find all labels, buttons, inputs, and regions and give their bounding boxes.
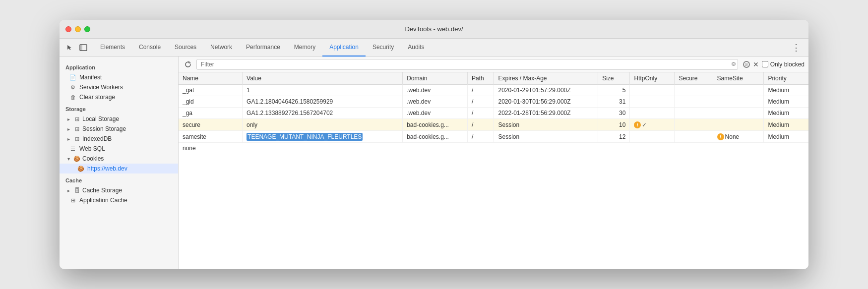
more-tabs-button[interactable]: ⋮ [788,42,805,53]
sidebar-item-session-storage[interactable]: ⊞ Session Storage [60,124,178,134]
main-tab-bar: Elements Console Sources Network Perform… [93,39,788,57]
cookies-table-wrap: Name Value Domain Path Expires / Max-Age… [179,72,808,269]
sidebar-item-service-workers[interactable]: ⚙ Service Workers [60,82,178,92]
cell-expires: 2020-01-30T01:56:29.000Z [494,96,598,108]
col-header-name[interactable]: Name [179,72,243,85]
cell-expires: 2020-01-29T01:57:29.000Z [494,85,598,96]
cell-domain: .web.dev [403,96,468,108]
cell-samesite [713,96,764,108]
only-blocked-checkbox[interactable] [762,61,768,67]
tab-console[interactable]: Console [132,39,168,57]
sidebar-item-clear-storage[interactable]: 🗑 Clear storage [60,92,178,102]
tab-performance[interactable]: Performance [239,39,287,57]
cell-name: secure [179,119,243,131]
tab-audits[interactable]: Audits [401,39,431,57]
tab-bar: Elements Console Sources Network Perform… [60,39,808,57]
table-row[interactable]: samesiteTEENAGE_MUTANT_NINJA_FLEURTLESba… [179,131,808,143]
sidebar-item-cache-storage[interactable]: 🗄 Cache Storage [60,185,178,195]
sidebar-item-indexeddb[interactable]: ⊞ IndexedDB [60,134,178,144]
content-toolbar: ⊘ ✕ Only blocked [179,57,808,72]
service-workers-icon: ⚙ [69,84,76,91]
col-header-domain[interactable]: Domain [403,72,468,85]
indexeddb-expand-arrow [65,136,71,142]
col-header-expires[interactable]: Expires / Max-Age [494,72,598,85]
cell-path: / [467,131,494,143]
cell-httponly [630,108,675,119]
cell-domain: .web.dev [403,85,468,96]
tab-elements[interactable]: Elements [93,39,132,57]
cell-secure [675,119,713,131]
cell-size: 5 [598,85,630,96]
filter-input[interactable] [196,59,738,70]
cell-expires: Session [494,119,598,131]
sidebar-cookies-webdev-label: https://web.dev [87,165,127,172]
table-row[interactable]: _gaGA1.2.1338892726.1567204702.web.dev/2… [179,108,808,119]
sidebar-wsql-label: Web SQL [79,145,105,152]
local-storage-expand-arrow [65,116,71,122]
tab-security[interactable]: Security [366,39,401,57]
cursor-icon[interactable] [63,42,75,54]
minimize-button[interactable] [75,26,81,32]
sidebar-manifest-label: Manifest [79,74,102,81]
session-storage-icon: ⊞ [73,125,80,132]
sidebar-item-cookies[interactable]: 🍪 Cookies [60,154,178,164]
col-header-size[interactable]: Size [598,72,630,85]
sidebar-item-websql[interactable]: ☰ Web SQL [60,144,178,154]
tab-network[interactable]: Network [203,39,239,57]
traffic-lights [65,26,90,32]
refresh-button[interactable] [183,59,193,70]
sidebar-item-app-cache[interactable]: ⊞ Application Cache [60,195,178,205]
cell-httponly [630,85,675,96]
cookies-expand-arrow [65,156,71,162]
cell-size: 31 [598,96,630,108]
cell-httponly [630,131,675,143]
tab-sources[interactable]: Sources [168,39,203,57]
sidebar-item-local-storage[interactable]: ⊞ Local Storage [60,114,178,124]
sidebar-ls-label: Local Storage [82,116,119,122]
cell-domain: .web.dev [403,108,468,119]
col-header-httponly[interactable]: HttpOnly [630,72,675,85]
cell-name: samesite [179,131,243,143]
filter-clear-button[interactable] [731,61,736,68]
cache-storage-expand-arrow [65,187,71,193]
cell-domain: bad-cookies.g... [403,119,468,131]
col-header-path[interactable]: Path [467,72,494,85]
col-header-secure[interactable]: Secure [675,72,713,85]
col-header-priority[interactable]: Priority [764,72,808,85]
cell-path: / [467,96,494,108]
cell-domain: bad-cookies.g... [403,131,468,143]
cell-samesite [713,85,764,96]
cell-name: _gid [179,96,243,108]
table-row[interactable]: _gat1.web.dev/2020-01-29T01:57:29.000Z5M… [179,85,808,96]
cell-samesite [713,119,764,131]
only-blocked-label: Only blocked [770,61,805,68]
clear-filter-button[interactable]: ✕ [753,60,759,68]
tab-application[interactable]: Application [322,39,366,57]
close-button[interactable] [65,26,71,32]
clear-storage-icon: 🗑 [69,94,76,101]
cell-value: GA1.2.1804046426.1580259929 [243,96,403,108]
cache-storage-icon: 🗄 [73,187,80,194]
col-header-value[interactable]: Value [243,72,403,85]
cell-value: GA1.2.1338892726.1567204702 [243,108,403,119]
sidebar-sw-label: Service Workers [79,84,123,91]
sidebar-item-manifest[interactable]: 📄 Manifest [60,72,178,82]
cookies-webdev-icon: 🍪 [77,165,84,172]
sidebar-cs-label: Clear storage [79,94,115,101]
sidebar-section-application: Application [60,60,178,72]
cookies-table: Name Value Domain Path Expires / Max-Age… [179,72,808,154]
cell-samesite: !None [713,131,764,143]
content-area: ⊘ ✕ Only blocked Name Value Domain [179,57,808,269]
dock-icon[interactable] [77,42,89,54]
cell-samesite [713,108,764,119]
table-row[interactable]: secureonlybad-cookies.g.../Session10!✓Me… [179,119,808,131]
sidebar-cache-label: Cache Storage [82,187,122,194]
indexeddb-icon: ⊞ [73,135,80,142]
cell-value: only [243,119,403,131]
col-header-samesite[interactable]: SameSite [713,72,764,85]
maximize-button[interactable] [84,26,90,32]
cell-secure [675,85,713,96]
tab-memory[interactable]: Memory [287,39,322,57]
table-row[interactable]: _gidGA1.2.1804046426.1580259929.web.dev/… [179,96,808,108]
sidebar-item-cookies-webdev[interactable]: 🍪 https://web.dev [60,164,178,173]
